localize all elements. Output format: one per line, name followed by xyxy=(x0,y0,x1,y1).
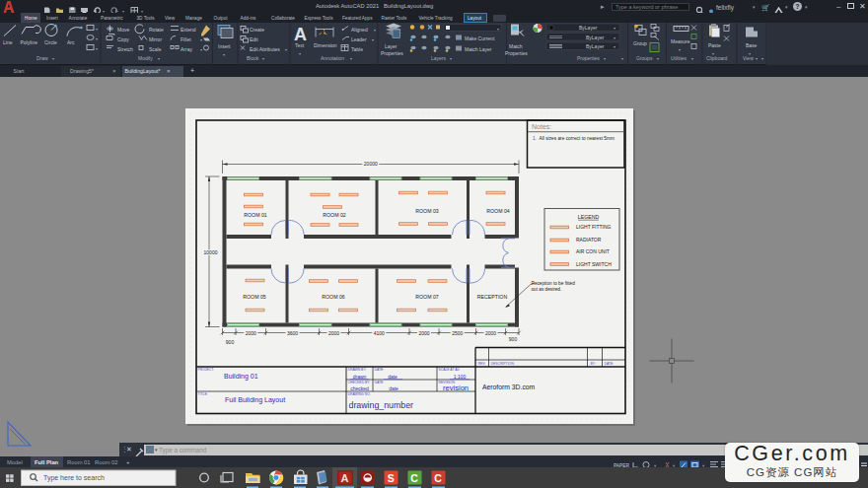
svg-text:Scale: Scale xyxy=(149,45,162,51)
svg-text:Match: Match xyxy=(509,42,523,48)
svg-text:Type here to search: Type here to search xyxy=(43,474,105,482)
svg-text:▾: ▾ xyxy=(614,44,615,49)
svg-text:3600: 3600 xyxy=(287,330,298,336)
svg-text:Circle: Circle xyxy=(44,39,57,45)
svg-text:RECEPTION: RECEPTION xyxy=(477,294,508,300)
svg-text:▾: ▾ xyxy=(374,27,376,32)
svg-text:RADIATOR: RADIATOR xyxy=(576,237,602,243)
svg-text:Properties: Properties xyxy=(381,49,403,55)
svg-text:▾: ▾ xyxy=(299,50,301,55)
svg-text:2000: 2000 xyxy=(418,330,429,336)
svg-text:Properties: Properties xyxy=(505,49,528,55)
svg-text:ROOM 05: ROOM 05 xyxy=(243,294,265,300)
svg-text:Table: Table xyxy=(351,45,363,51)
svg-text:1.: 1. xyxy=(533,136,537,141)
svg-text:▾: ▾ xyxy=(604,56,606,61)
svg-text:Layer: Layer xyxy=(385,42,398,48)
svg-text:▾: ▾ xyxy=(262,56,264,61)
svg-text:4100: 4100 xyxy=(374,330,385,336)
svg-text:Make Current: Make Current xyxy=(465,35,495,41)
svg-text:DRAWING NO.: DRAWING NO. xyxy=(348,392,371,396)
svg-text:10000: 10000 xyxy=(204,249,218,255)
svg-text:Paste: Paste xyxy=(708,41,721,47)
svg-text:ByLayer: ByLayer xyxy=(579,25,598,31)
svg-text:2500: 2500 xyxy=(452,330,463,336)
svg-text:DESCRIPTION:: DESCRIPTION: xyxy=(491,362,515,366)
svg-text:Utilities: Utilities xyxy=(671,55,687,61)
svg-text:drawn: drawn xyxy=(353,374,367,380)
svg-text:ByLayer: ByLayer xyxy=(586,34,605,39)
svg-text:REV:: REV: xyxy=(478,362,486,366)
svg-text:A: A xyxy=(341,472,349,484)
svg-text:Match Layer: Match Layer xyxy=(465,46,492,52)
svg-text:ROOM 02: ROOM 02 xyxy=(323,212,345,218)
svg-text:Dimension: Dimension xyxy=(314,41,337,47)
svg-text:▾: ▾ xyxy=(96,45,98,50)
svg-text:LIGHT FITTING: LIGHT FITTING xyxy=(576,224,612,230)
svg-text:▾: ▾ xyxy=(285,46,287,51)
svg-text:▾: ▾ xyxy=(450,56,452,61)
svg-text:▾: ▾ xyxy=(200,36,202,41)
svg-text:Edit: Edit xyxy=(250,35,258,41)
svg-text:ROOM 07: ROOM 07 xyxy=(415,294,438,300)
svg-text:S: S xyxy=(388,472,395,484)
svg-text:DATE:: DATE: xyxy=(375,381,385,384)
svg-text:Annotation: Annotation xyxy=(321,55,344,61)
svg-text:revision: revision xyxy=(443,383,469,392)
svg-text:▾: ▾ xyxy=(96,26,98,31)
svg-text:▾: ▾ xyxy=(372,36,374,41)
svg-text:All sizes are correct to neare: All sizes are correct to nearest 5mm xyxy=(540,136,615,141)
svg-text:BY:: BY: xyxy=(591,362,596,366)
svg-text:Line: Line xyxy=(3,39,13,45)
svg-text:▾: ▾ xyxy=(614,26,615,31)
svg-text:Aligned: Aligned xyxy=(351,26,368,32)
svg-text:TITLE:: TITLE: xyxy=(198,392,208,396)
svg-text:ByLayer: ByLayer xyxy=(586,43,605,49)
svg-text:▾: ▾ xyxy=(761,56,763,61)
svg-text:C: C xyxy=(410,472,418,484)
svg-text:Rotate: Rotate xyxy=(149,26,164,32)
svg-text:20000: 20000 xyxy=(364,161,378,167)
svg-text:Base: Base xyxy=(746,41,758,47)
svg-text:900: 900 xyxy=(509,336,518,342)
svg-text:▾: ▾ xyxy=(200,46,202,51)
svg-text:Polyline: Polyline xyxy=(21,39,38,45)
svg-text:Notes:: Notes: xyxy=(532,123,551,130)
svg-text:▾: ▾ xyxy=(614,35,615,39)
svg-text:SCALE AT A0:: SCALE AT A0: xyxy=(439,368,461,372)
svg-text:Edit Attributes: Edit Attributes xyxy=(250,45,280,51)
svg-text:PROJECT:: PROJECT: xyxy=(198,368,214,372)
svg-text:900: 900 xyxy=(226,339,235,345)
svg-text:DATE:: DATE: xyxy=(605,362,615,366)
svg-text:Insert: Insert xyxy=(218,42,231,48)
svg-text:Layers: Layers xyxy=(431,55,447,61)
svg-text:▾: ▾ xyxy=(158,56,160,61)
svg-text:DRAWN BY:: DRAWN BY: xyxy=(348,368,367,372)
svg-text:ROOM 04: ROOM 04 xyxy=(486,208,509,214)
svg-text:Properties: Properties xyxy=(577,55,600,61)
svg-text:A: A xyxy=(294,24,307,43)
svg-text:Aeroform 3D.com: Aeroform 3D.com xyxy=(482,383,536,390)
svg-text:Block: Block xyxy=(247,55,259,61)
svg-text:Arc: Arc xyxy=(67,39,75,45)
svg-text:C: C xyxy=(434,472,442,484)
svg-text:drawing_number: drawing_number xyxy=(349,400,414,410)
svg-text:checked: checked xyxy=(350,385,369,391)
svg-text:▾: ▾ xyxy=(691,56,693,61)
svg-text:▾: ▾ xyxy=(497,26,499,31)
svg-text:View: View xyxy=(743,55,754,61)
svg-text:▾: ▾ xyxy=(679,46,681,51)
svg-text:▾: ▾ xyxy=(350,56,352,61)
svg-text:▾: ▾ xyxy=(657,56,659,61)
svg-text:Extend: Extend xyxy=(181,26,196,32)
svg-text:Modify: Modify xyxy=(138,55,153,61)
svg-text:▾: ▾ xyxy=(52,56,54,61)
svg-text:2000: 2000 xyxy=(328,330,339,336)
svg-text:date: date xyxy=(388,374,398,380)
svg-text:1:100: 1:100 xyxy=(454,374,467,380)
svg-text:2000: 2000 xyxy=(246,330,256,336)
svg-text:Fillet: Fillet xyxy=(181,35,191,41)
svg-text:Clipboard: Clipboard xyxy=(706,55,728,61)
svg-text:Full Building Layout: Full Building Layout xyxy=(225,396,285,404)
svg-text:ROOM 03: ROOM 03 xyxy=(415,208,438,214)
